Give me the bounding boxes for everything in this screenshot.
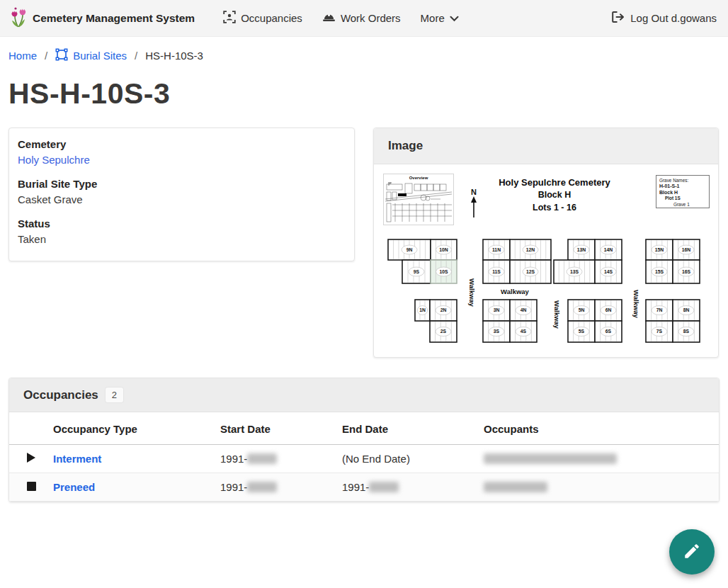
svg-text:7S: 7S	[656, 329, 663, 334]
map-plot-6n: 6N	[595, 300, 622, 321]
map-plot-4n: 4N	[510, 300, 537, 321]
nav-item-work-orders[interactable]: Work Orders	[312, 0, 411, 37]
stop-icon	[27, 482, 36, 491]
occupancies-title: Occupancies	[23, 388, 98, 402]
map-plot-9s: 9S	[402, 260, 431, 283]
field-burial-site-type: Burial Site Type Casket Grave	[18, 178, 346, 205]
svg-text:15N: 15N	[655, 247, 664, 252]
occupancies-count-badge: 2	[106, 388, 123, 402]
breadcrumb-separator: /	[45, 50, 47, 62]
image-card: Image Overview	[373, 128, 719, 358]
svg-text:3S: 3S	[494, 329, 500, 334]
interment-link[interactable]: Interment	[53, 453, 101, 465]
breadcrumb-separator: /	[135, 50, 137, 62]
table-header-row: Occupancy Type Start Date End Date Occup…	[9, 412, 719, 445]
walkway-label: Walkway	[553, 300, 561, 329]
map-plot-13n: 13N	[568, 239, 595, 260]
map-plot-10s: 10S	[431, 260, 457, 283]
cemetery-block-map[interactable]: Overview	[382, 171, 710, 349]
field-label: Status	[18, 217, 346, 230]
image-card-body: Overview	[374, 164, 718, 357]
chevron-down-icon	[450, 12, 459, 24]
svg-text:4S: 4S	[521, 329, 527, 334]
occupancies-table: Occupancy Type Start Date End Date Occup…	[9, 412, 719, 502]
work-orders-icon	[322, 11, 336, 25]
svg-text:10S: 10S	[439, 269, 448, 274]
svg-text:15S: 15S	[655, 269, 664, 274]
svg-text:3N: 3N	[494, 307, 500, 312]
tulip-logo-icon	[10, 6, 27, 30]
svg-text:13N: 13N	[577, 247, 586, 252]
table-row: Preneed 1991- 1991-	[9, 473, 719, 502]
start-date-prefix: 1991-	[220, 481, 247, 493]
app-title: Cemetery Management System	[33, 12, 195, 25]
logout-label: Log Out d.gowans	[630, 12, 717, 24]
nav-item-occupancies[interactable]: Occupancies	[213, 0, 312, 37]
logout-icon	[611, 11, 625, 26]
end-date-prefix: 1991-	[342, 481, 369, 493]
start-date-prefix: 1991-	[220, 453, 247, 465]
map-plot-14s: 14S	[595, 260, 622, 283]
map-plot-16n: 16N	[673, 239, 700, 260]
map-plot-2s: 2S	[430, 321, 457, 342]
field-cemetery: Cemetery Holy Sepulchre	[18, 138, 346, 166]
column-header-type: Occupancy Type	[53, 412, 220, 445]
nav-item-label: Work Orders	[341, 12, 401, 24]
breadcrumb-home-link[interactable]: Home	[8, 50, 37, 62]
svg-text:11S: 11S	[492, 269, 501, 274]
breadcrumb-burial-sites-link[interactable]: Burial Sites	[55, 48, 127, 63]
map-plot-1n: 1N	[415, 300, 430, 321]
app-brand[interactable]: Cemetery Management System	[10, 6, 195, 30]
svg-text:13S: 13S	[570, 269, 579, 274]
svg-text:6S: 6S	[605, 329, 612, 334]
plot-grid: 9N10N9S10S11N12N11S12S13N14N13S14S15N16N…	[382, 171, 710, 349]
map-plot-7s: 7S	[646, 321, 673, 342]
svg-text:8N: 8N	[683, 307, 690, 312]
svg-text:16S: 16S	[682, 269, 691, 274]
svg-text:9S: 9S	[414, 269, 420, 274]
logout-button[interactable]: Log Out d.gowans	[610, 11, 718, 26]
field-label: Cemetery	[18, 138, 346, 150]
pencil-icon	[683, 542, 701, 562]
column-header-start: Start Date	[220, 412, 342, 445]
preneed-link[interactable]: Preneed	[53, 481, 95, 493]
top-navbar: Cemetery Management System Occupancies W…	[0, 0, 728, 37]
cards-row: Cemetery Holy Sepulchre Burial Site Type…	[0, 128, 728, 358]
redacted-occupant	[484, 482, 547, 492]
map-plot-3s: 3S	[483, 321, 510, 342]
map-plot-15s: 15S	[646, 260, 673, 283]
occupancies-icon	[223, 11, 236, 26]
map-plot-14n: 14N	[595, 239, 622, 260]
breadcrumb-current: HS-H-10S-3	[145, 50, 203, 62]
column-header-status	[9, 412, 53, 445]
nav-item-label: More	[421, 12, 445, 24]
svg-text:5N: 5N	[579, 307, 585, 312]
cemetery-link[interactable]: Holy Sepulchre	[18, 154, 90, 166]
field-value: Casket Grave	[18, 193, 346, 205]
occupancies-section: Occupancies 2 Occupancy Type Start Date …	[8, 378, 720, 502]
field-label: Burial Site Type	[18, 178, 346, 190]
svg-text:7N: 7N	[656, 307, 663, 312]
svg-text:10N: 10N	[439, 247, 448, 252]
image-card-header: Image	[374, 128, 718, 164]
map-plot-5n: 5N	[568, 300, 595, 321]
svg-text:4N: 4N	[521, 307, 527, 312]
field-value: Taken	[18, 233, 346, 245]
walkway-label: Walkway	[468, 278, 476, 307]
edit-fab-button[interactable]	[669, 529, 715, 575]
svg-text:5S: 5S	[579, 329, 585, 334]
map-plot-3n: 3N	[483, 300, 510, 321]
svg-text:11N: 11N	[492, 247, 501, 252]
burial-site-icon	[55, 48, 68, 63]
map-plot-11n: 11N	[483, 239, 510, 260]
svg-text:12N: 12N	[526, 247, 535, 252]
table-row: Interment 1991- (No End Date)	[9, 445, 719, 473]
svg-text:16N: 16N	[682, 247, 691, 252]
nav-item-more[interactable]: More	[411, 0, 469, 37]
redacted-date	[247, 453, 277, 464]
walkway-label: Walkway	[632, 290, 640, 318]
map-plot-5s: 5S	[568, 321, 595, 342]
details-card: Cemetery Holy Sepulchre Burial Site Type…	[8, 128, 355, 261]
svg-text:2N: 2N	[440, 307, 447, 312]
map-plot-8n: 8N	[673, 300, 700, 321]
